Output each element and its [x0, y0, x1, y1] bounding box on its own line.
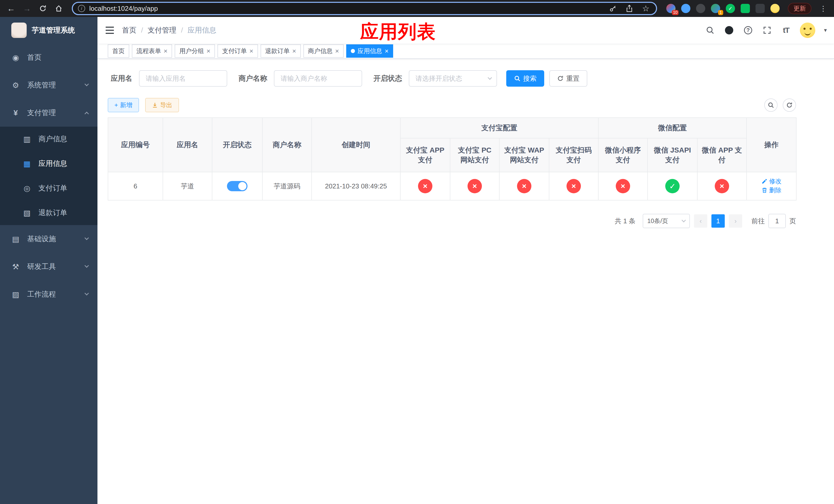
fullscreen-icon[interactable]	[762, 25, 772, 36]
extension-icon[interactable]	[681, 4, 690, 13]
goto-page-input[interactable]	[768, 214, 786, 228]
url-bar[interactable]: i localhost:1024/pay/app ☆	[72, 2, 657, 15]
merchant-name-input[interactable]	[274, 70, 362, 87]
sidebar-item-app-info[interactable]: ▦ 应用信息	[0, 151, 97, 176]
bookmark-star-icon[interactable]: ☆	[641, 3, 651, 14]
extensions-strip: 10 1 ✓	[663, 4, 783, 13]
app-name-label: 应用名	[111, 74, 132, 83]
app-logo	[11, 23, 27, 38]
edit-button[interactable]: 修改	[762, 177, 782, 185]
search-button[interactable]: 搜索	[506, 70, 544, 87]
enable-status-select[interactable]: 请选择开启状态	[409, 70, 497, 87]
workflow-icon: ▨	[11, 290, 20, 299]
extension-icon[interactable]	[696, 4, 705, 13]
chevron-down-icon	[85, 82, 89, 86]
breadcrumb-home[interactable]: 首页	[122, 25, 136, 35]
toggle-search-button[interactable]	[764, 98, 777, 112]
delete-button-label: 删除	[769, 186, 782, 194]
reload-icon[interactable]	[36, 2, 50, 15]
sidebar-item-merchant-info[interactable]: ▥ 商户信息	[0, 127, 97, 151]
user-avatar[interactable]	[800, 23, 815, 38]
tab-label: 首页	[112, 47, 125, 55]
close-icon[interactable]: ×	[385, 48, 389, 54]
close-icon[interactable]: ×	[206, 48, 210, 54]
cell-created-time: 2021-10-23 08:49:25	[312, 172, 400, 200]
extension-icon[interactable]	[755, 4, 765, 13]
export-button-label: 导出	[160, 101, 172, 109]
extension-icon[interactable]: 10	[666, 4, 676, 13]
sidebar-item-system[interactable]: ⚙ 系统管理	[0, 71, 97, 99]
breadcrumb-payment[interactable]: 支付管理	[148, 25, 176, 35]
export-button[interactable]: 导出	[145, 98, 179, 112]
tab-app-info[interactable]: 应用信息 ×	[346, 44, 393, 58]
sidebar-item-infrastructure[interactable]: ▤ 基础设施	[0, 225, 97, 253]
site-info-icon[interactable]: i	[78, 5, 85, 12]
column-header: 微信 APP 支付	[697, 138, 747, 172]
tab-user-group[interactable]: 用户分组 ×	[175, 44, 215, 58]
status-icon: ×	[567, 179, 581, 193]
close-icon[interactable]: ×	[249, 48, 253, 54]
cell-app-name: 芋道	[163, 172, 212, 200]
status-icon: ×	[616, 179, 630, 193]
home-icon[interactable]	[52, 2, 66, 15]
github-icon[interactable]	[724, 25, 734, 36]
help-icon[interactable]: ?	[743, 25, 753, 36]
browser-menu-icon[interactable]: ⋮	[816, 4, 830, 13]
cell-wechat-jsapi: ✓	[648, 172, 697, 200]
close-icon[interactable]: ×	[163, 48, 168, 54]
sidebar: 芋道管理系统 ◉ 首页 ⚙ 系统管理 ¥ 支付管理 ▥ 商户信息	[0, 17, 97, 504]
share-icon[interactable]	[624, 3, 635, 14]
breadcrumb: 首页 / 支付管理 / 应用信息	[122, 25, 216, 35]
breadcrumb-separator: /	[141, 26, 143, 35]
close-icon[interactable]: ×	[335, 48, 339, 54]
sidebar-item-home[interactable]: ◉ 首页	[0, 44, 97, 71]
sidebar-item-payment[interactable]: ¥ 支付管理	[0, 99, 97, 127]
sidebar-item-dev-tools[interactable]: ⚒ 研发工具	[0, 253, 97, 280]
tab-payment-orders[interactable]: 支付订单 ×	[218, 44, 258, 58]
caret-down-icon[interactable]: ▾	[824, 27, 827, 33]
cell-app-id: 6	[108, 172, 163, 200]
sidebar-item-label: 系统管理	[27, 80, 56, 90]
tab-flow-form[interactable]: 流程表单 ×	[132, 44, 172, 58]
extension-icon[interactable]: ✓	[726, 4, 735, 13]
status-icon: ×	[418, 179, 432, 193]
close-icon[interactable]: ×	[292, 48, 296, 54]
app-logo-row[interactable]: 芋道管理系统	[0, 17, 97, 44]
back-icon[interactable]: ←	[4, 2, 18, 15]
prev-page-button[interactable]: ‹	[694, 214, 707, 228]
url-text[interactable]: localhost:1024/pay/app	[89, 5, 158, 13]
sidebar-item-label: 商户信息	[39, 134, 67, 144]
refresh-button[interactable]	[783, 98, 796, 112]
add-button[interactable]: + 新增	[108, 98, 139, 112]
next-page-button[interactable]: ›	[729, 214, 742, 228]
extension-icon[interactable]	[770, 4, 780, 13]
tab-refund-orders[interactable]: 退款订单 ×	[261, 44, 301, 58]
sidebar-item-refund-orders[interactable]: ▧ 退款订单	[0, 201, 97, 225]
active-tab-dot	[351, 49, 355, 53]
extension-badge: 1	[718, 10, 723, 15]
tab-merchant-info[interactable]: 商户信息 ×	[303, 44, 344, 58]
page-number-1[interactable]: 1	[711, 214, 725, 228]
sidebar-item-label: 研发工具	[27, 262, 56, 272]
font-size-icon[interactable]: tT	[781, 25, 791, 36]
enable-switch[interactable]	[227, 181, 247, 191]
extension-icon[interactable]: 1	[711, 4, 720, 13]
page-size-select[interactable]: 10条/页	[643, 214, 690, 228]
sidebar-item-workflow[interactable]: ▨ 工作流程	[0, 280, 97, 308]
tab-home[interactable]: 首页	[108, 44, 129, 58]
reset-button[interactable]: 重置	[549, 70, 587, 87]
tools-icon: ⚒	[11, 262, 20, 271]
gear-icon: ⚙	[11, 81, 20, 90]
sidebar-item-label: 首页	[27, 52, 42, 62]
password-key-icon[interactable]	[608, 3, 618, 14]
forward-icon[interactable]: →	[20, 2, 34, 15]
chevron-down-icon	[85, 236, 89, 240]
sidebar-item-payment-orders[interactable]: ◎ 支付订单	[0, 176, 97, 201]
app-name-input[interactable]	[139, 70, 227, 87]
search-icon[interactable]	[705, 25, 715, 36]
browser-update-button[interactable]: 更新	[788, 3, 811, 14]
filter-form: 应用名 商户名称 开启状态 请选择开启状态 搜索	[111, 70, 796, 87]
delete-button[interactable]: 删除	[762, 186, 782, 194]
extension-icon[interactable]	[741, 4, 750, 13]
sidebar-toggle-icon[interactable]	[97, 27, 122, 34]
